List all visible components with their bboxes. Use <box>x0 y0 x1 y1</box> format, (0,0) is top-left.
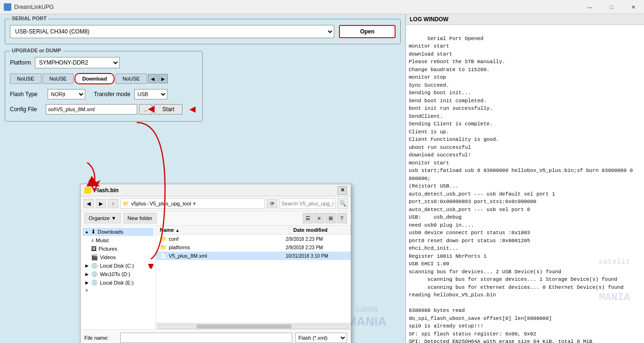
tree-item-downloads[interactable]: ▲ ⬇ Downloads <box>83 228 154 236</box>
tree-item-videos[interactable]: 🎬 Videos <box>83 253 154 261</box>
file-name-platforms: platforms <box>169 245 284 250</box>
flash-type-label: Flash Type <box>10 91 44 98</box>
dialog-title: Flash.bin <box>94 187 119 194</box>
tab-nouse-3[interactable]: NoUSE <box>116 74 147 84</box>
serial-row: USB-SERIAL CH340 (COM8) Open <box>10 25 396 38</box>
help-btn[interactable]: ? <box>337 213 347 223</box>
upgrade-section: UPGRADE or DUMP Platform SYMPHONY-DDR2 N… <box>5 51 203 122</box>
platform-row: Platform SYMPHONY-DDR2 <box>10 57 198 68</box>
upgrade-label: UPGRADE or DUMP <box>10 48 63 53</box>
horizontal-scrollbar[interactable] <box>156 323 351 329</box>
file-date-platforms: 2/9/2018 2:23 PM <box>286 245 347 250</box>
browse-button[interactable]: ... <box>139 104 152 114</box>
path-part-1: v5plus <box>131 201 146 206</box>
file-date-conf: 2/9/2018 2:23 PM <box>286 237 347 242</box>
file-item-platforms[interactable]: 📁 platforms 2/9/2018 2:23 PM <box>156 243 351 252</box>
sidebar-tree: ▲ ⬇ Downloads ♪ Music 🖼 Pictures <box>81 226 156 329</box>
hscroll-thumb <box>197 325 292 328</box>
search-icon-btn[interactable]: 🔍 <box>338 198 348 209</box>
tree-item-disk-d[interactable]: ▶ 💿 Win10To (D:) <box>83 270 154 278</box>
dialog-controls: ✕ <box>338 186 347 195</box>
app-icon <box>4 3 11 11</box>
file-list: Name ▲ Date modified 📁 conf 2/9/2018 2:2… <box>156 226 351 329</box>
dialog-actions-bar: Organize ▼ New folder ☰ ≡ ⊞ ? <box>81 211 351 226</box>
file-dialog: Flash.bin ✕ ◀ ▶ ↑ 📁 v5plus › V5_plus_upg… <box>80 184 351 343</box>
minimize-button[interactable]: — <box>579 0 601 14</box>
watermark-right-line1: satelit <box>589 258 639 267</box>
search-input[interactable] <box>279 198 336 209</box>
tab-next-arrow[interactable]: ▶ <box>158 74 168 83</box>
tab-prev-arrow[interactable]: ◀ <box>148 74 157 83</box>
path-part-2: V5_plus_upg_tool <box>149 201 191 206</box>
path-bar: 📁 v5plus › V5_plus_upg_tool ▼ <box>120 198 265 209</box>
tree-label-pictures: Pictures <box>99 246 117 252</box>
file-list-header: Name ▲ Date modified <box>156 226 351 235</box>
config-file-input[interactable] <box>46 104 137 114</box>
tree-label-disk-d: Win10To (D:) <box>100 271 130 277</box>
file-item-conf[interactable]: 📁 conf 2/9/2018 2:23 PM <box>156 235 351 243</box>
tree-item-disk-e[interactable]: ▶ 💿 Local Disk (E:) <box>83 278 154 287</box>
view-details-btn[interactable]: ≡ <box>314 213 324 223</box>
tree-label-music: Music <box>96 237 109 243</box>
transfer-select[interactable]: USB <box>134 89 167 99</box>
dialog-close-btn[interactable]: ✕ <box>338 186 347 195</box>
file-item-xml[interactable]: 📄 V5_plus_8M.xml 10/31/2018 3:10 PM <box>156 252 351 260</box>
filename-input[interactable] <box>120 333 292 343</box>
view-list-btn[interactable]: ☰ <box>303 213 313 223</box>
open-button[interactable]: Open <box>339 25 396 38</box>
file-items: 📁 conf 2/9/2018 2:23 PM 📁 platforms 2/9/… <box>156 235 351 323</box>
filetype-select[interactable]: Flash (*.xml) <box>295 333 347 343</box>
view-icons: ☰ ≡ ⊞ ? <box>303 213 347 223</box>
folder-platforms-icon: 📁 <box>160 244 167 251</box>
tree-label-disk-e: Local Disk (E:) <box>100 280 134 286</box>
tree-label-videos: Videos <box>100 254 116 260</box>
tree-label-disk-c: Local Disk (C:) <box>100 263 134 269</box>
tab-nouse-1[interactable]: NoUSE <box>10 74 41 84</box>
tree-label-downloads: Downloads <box>98 229 123 235</box>
xml-file-icon: 📄 <box>160 253 167 259</box>
nav-back-btn[interactable]: ◀ <box>83 199 94 208</box>
expand-icon: ▲ <box>84 229 89 234</box>
start-arrow: ◄ <box>187 103 198 115</box>
watermark-right-line2: MANIA <box>589 292 639 304</box>
tree-item-disk-c[interactable]: ▶ 💿 Local Disk (C:) <box>83 261 154 270</box>
col-name: Name ▲ <box>156 226 289 234</box>
downloads-icon: ⬇ <box>91 229 96 235</box>
watermark-line1: satelit <box>347 304 387 314</box>
tree-item-pictures[interactable]: 🖼 Pictures <box>83 245 154 253</box>
config-file-label: Config File <box>10 106 44 113</box>
left-panel: SERIAL PORT USB-SERIAL CH340 (COM8) Open… <box>0 14 405 343</box>
tab-download[interactable]: Download <box>74 73 115 84</box>
window-controls: — □ ✕ <box>579 0 644 14</box>
serial-port-label: SERIAL PORT <box>10 16 49 21</box>
watermark-left: satelit MANIA <box>347 304 387 329</box>
dialog-footer: File name: Flash (*.xml) Open Cancel <box>81 329 351 343</box>
flash-type-row: Flash Type NOR|t Transfer mode USB <box>10 89 198 99</box>
flash-type-select[interactable]: NOR|t <box>48 89 85 99</box>
main-layout: SERIAL PORT USB-SERIAL CH340 (COM8) Open… <box>0 14 644 343</box>
view-tiles-btn[interactable]: ⊞ <box>325 213 336 223</box>
tab-nouse-2[interactable]: NoUSE <box>42 74 74 84</box>
serial-port-select[interactable]: USB-SERIAL CH340 (COM8) <box>10 25 334 38</box>
scroll-expand: ▼ <box>83 287 154 294</box>
transfer-mode-label: Transfer mode <box>94 91 131 98</box>
file-date-xml: 10/31/2018 3:10 PM <box>286 253 347 259</box>
log-text: Serial Port Opened monitor start downloa… <box>409 36 636 343</box>
new-folder-button[interactable]: New folder <box>124 213 157 223</box>
filename-label: File name: <box>84 335 117 341</box>
dialog-titlebar: Flash.bin ✕ <box>81 184 351 196</box>
refresh-btn[interactable]: ⟳ <box>267 199 277 208</box>
serial-port-section: SERIAL PORT USB-SERIAL CH340 (COM8) Open <box>5 19 401 44</box>
maximize-button[interactable]: □ <box>601 0 622 14</box>
file-name-conf: conf <box>169 236 284 242</box>
hscroll-track <box>158 324 349 329</box>
close-button[interactable]: ✕ <box>622 0 644 14</box>
log-content[interactable]: Serial Port Opened monitor start downloa… <box>406 25 644 343</box>
start-button[interactable]: Start <box>154 104 182 114</box>
tree-item-music[interactable]: ♪ Music <box>83 236 154 245</box>
platform-select[interactable]: SYMPHONY-DDR2 <box>35 57 120 68</box>
titlebar: DreamLinkUPG — □ ✕ <box>0 0 644 14</box>
nav-up-btn[interactable]: ↑ <box>108 199 118 208</box>
organize-button[interactable]: Organize ▼ <box>84 213 121 223</box>
nav-forward-btn[interactable]: ▶ <box>96 199 106 208</box>
